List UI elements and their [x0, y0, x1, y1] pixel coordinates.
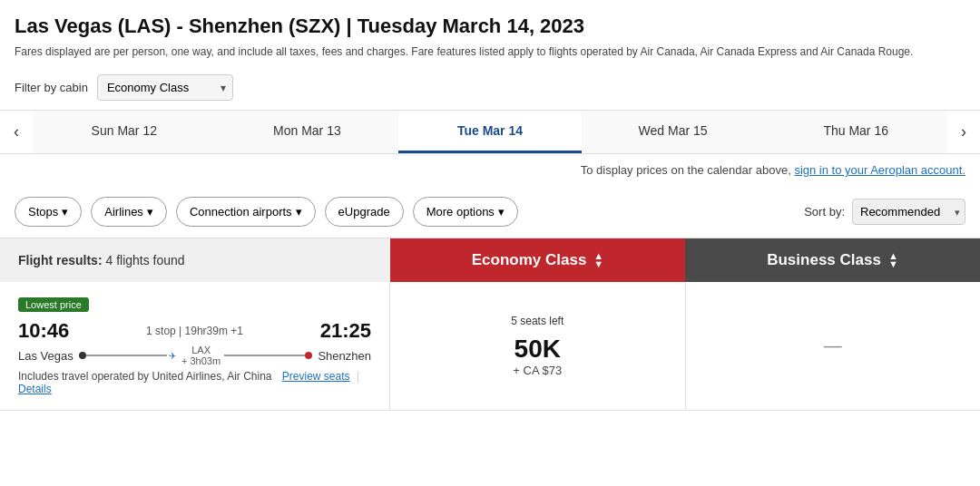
filter-cabin-wrapper: Economy Class	[97, 74, 233, 101]
airlines-filter-button[interactable]: Airlines ▾	[91, 197, 167, 227]
lowest-price-badge: Lowest price	[18, 297, 89, 312]
date-tab-4[interactable]: Thu Mar 16	[764, 111, 947, 153]
date-tab-3[interactable]: Wed Mar 15	[582, 111, 765, 153]
business-sort-arrows: ▲▼	[888, 252, 898, 268]
results-header: Flight results: 4 flights found Economy …	[0, 238, 980, 282]
flight-row: Lowest price 10:46 1 stop | 19hr39m +1 2…	[0, 282, 980, 411]
sort-area: Sort by: Recommended	[804, 199, 965, 225]
filter-cabin-select[interactable]: Economy Class	[97, 74, 233, 101]
preview-seats-link[interactable]: Preview seats	[282, 370, 350, 383]
airlines-dropdown-icon: ▾	[147, 205, 153, 219]
aeroplan-note: To display prices on the calendar above,…	[0, 154, 980, 186]
date-tab-2[interactable]: Tue Mar 14	[398, 111, 582, 153]
layover-label: + 3h03m	[181, 355, 220, 366]
origin-dot	[79, 352, 86, 359]
sort-label: Sort by:	[804, 205, 845, 219]
date-navigation: ‹ Sun Mar 12 Mon Mar 13 Tue Mar 14 Wed M…	[0, 110, 980, 154]
flight-info-cell: Lowest price 10:46 1 stop | 19hr39m +1 2…	[0, 282, 390, 410]
points-value: 50K	[514, 335, 561, 364]
to-city-label: Shenzhen	[318, 349, 371, 363]
economy-sort-arrows: ▲▼	[593, 252, 603, 268]
seats-left: 5 seats left	[511, 315, 564, 327]
via-label: LAX	[191, 345, 211, 355]
operated-by-text: Includes travel operated by United Airli…	[18, 370, 371, 395]
stops-filter-button[interactable]: Stops ▾	[15, 197, 82, 227]
business-dash: —	[824, 335, 842, 356]
stop-detail: 1 stop | 19hr39m +1	[146, 325, 243, 337]
eupgrade-filter-button[interactable]: eUpgrade	[325, 197, 404, 227]
economy-class-header[interactable]: Economy Class ▲▼	[390, 238, 685, 282]
connection-filter-button[interactable]: Connection airports ▾	[176, 197, 316, 227]
date-tab-0[interactable]: Sun Mar 12	[33, 111, 216, 153]
from-city-label: Las Vegas	[18, 349, 74, 363]
results-label-text: Flight results:	[18, 253, 103, 267]
sort-wrapper: Recommended	[852, 199, 965, 225]
airline-icon-left: ✈	[167, 351, 178, 361]
next-date-arrow[interactable]: ›	[947, 111, 980, 153]
more-options-filter-button[interactable]: More options ▾	[413, 197, 518, 227]
fare-notice: Fares displayed are per person, one way,…	[15, 44, 965, 60]
route-line-left	[86, 355, 167, 356]
route-row: Las Vegas ✈ LAX + 3h03m Shenzhen	[18, 348, 371, 363]
filter-cabin-label: Filter by cabin	[15, 81, 88, 94]
arrive-time: 21:25	[320, 319, 371, 343]
route-line-right	[224, 355, 305, 356]
page-header: Las Vegas (LAS) - Shenzhen (SZX) | Tuesd…	[0, 0, 980, 65]
destination-dot	[305, 352, 312, 359]
more-options-dropdown-icon: ▾	[498, 205, 505, 219]
filter-cabin-bar: Filter by cabin Economy Class	[0, 65, 980, 110]
prev-date-arrow[interactable]: ‹	[0, 111, 33, 153]
times-row: 10:46 1 stop | 19hr39m +1 21:25	[18, 319, 371, 343]
date-tab-1[interactable]: Mon Mar 13	[216, 111, 399, 153]
sort-select[interactable]: Recommended	[852, 199, 965, 225]
business-class-header[interactable]: Business Class ▲▼	[685, 238, 980, 282]
economy-class-label: Economy Class	[472, 251, 587, 269]
depart-time: 10:46	[18, 319, 69, 343]
business-price-cell: —	[686, 282, 981, 410]
plus-cash: + CA $73	[513, 364, 562, 377]
economy-price-cell: 5 seats left 50K + CA $73	[390, 282, 686, 410]
via-section: LAX + 3h03m	[181, 345, 220, 366]
results-label: Flight results: 4 flights found	[0, 238, 390, 282]
filters-row: Stops ▾ Airlines ▾ Connection airports ▾…	[0, 186, 980, 238]
results-count: 4 flights found	[105, 253, 184, 267]
stops-dropdown-icon: ▾	[62, 205, 68, 219]
aeroplan-signin-link[interactable]: sign in to your Aeroplan account.	[794, 163, 965, 177]
route-line: ✈ LAX + 3h03m	[79, 348, 313, 363]
details-link[interactable]: Details	[18, 383, 52, 395]
connection-dropdown-icon: ▾	[296, 205, 302, 219]
page-title: Las Vegas (LAS) - Shenzhen (SZX) | Tuesd…	[15, 15, 965, 38]
business-class-label: Business Class	[767, 251, 881, 269]
